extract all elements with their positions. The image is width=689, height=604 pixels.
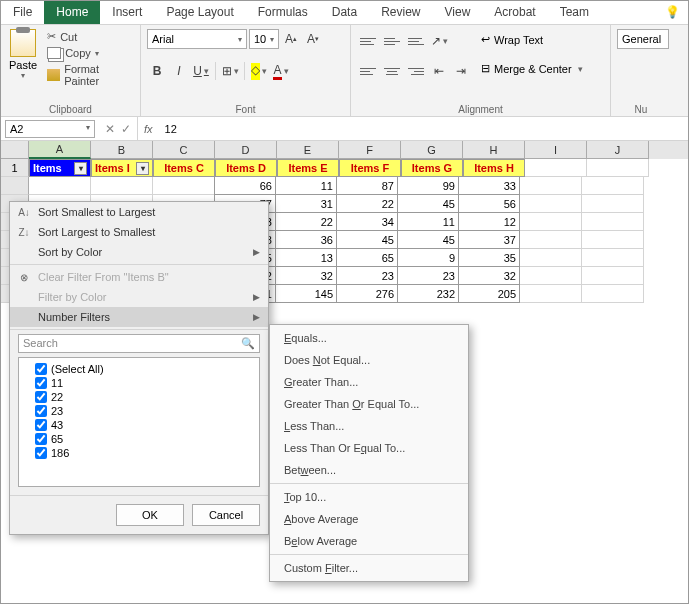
cut-button[interactable]: ✂Cut bbox=[45, 29, 134, 44]
cell[interactable] bbox=[582, 249, 644, 267]
paste-button[interactable]: Paste ▾ bbox=[7, 27, 39, 115]
tab-insert[interactable]: Insert bbox=[100, 1, 154, 24]
align-top-button[interactable] bbox=[357, 31, 379, 51]
border-button[interactable]: ⊞ bbox=[220, 61, 240, 81]
wrap-text-button[interactable]: ↩Wrap Text bbox=[479, 31, 585, 48]
submenu-item[interactable]: Greater Than Or Equal To... bbox=[270, 393, 468, 415]
orientation-button[interactable]: ↗ bbox=[429, 31, 449, 51]
indent-decrease-button[interactable]: ⇤ bbox=[429, 61, 449, 81]
cell[interactable]: 65 bbox=[336, 248, 398, 267]
filter-check-item[interactable]: 23 bbox=[23, 404, 255, 418]
header-cell[interactable]: Items I▾ bbox=[91, 159, 153, 177]
filter-values-list[interactable]: (Select All)1122234365186 bbox=[18, 357, 260, 487]
col-header-j[interactable]: J bbox=[587, 141, 649, 159]
cell[interactable] bbox=[520, 195, 582, 213]
tab-home[interactable]: Home bbox=[44, 1, 100, 24]
col-header-b[interactable]: B bbox=[91, 141, 153, 159]
cell[interactable]: 31 bbox=[275, 194, 337, 213]
align-right-button[interactable] bbox=[405, 61, 427, 81]
checkbox[interactable] bbox=[35, 391, 47, 403]
tell-me-icon[interactable]: 💡 bbox=[657, 1, 688, 24]
tab-page-layout[interactable]: Page Layout bbox=[154, 1, 245, 24]
cell[interactable]: 9 bbox=[397, 248, 459, 267]
ok-button[interactable]: OK bbox=[116, 504, 184, 526]
select-all-corner[interactable] bbox=[1, 141, 29, 159]
submenu-item[interactable]: Less Than Or Equal To... bbox=[270, 437, 468, 459]
cell[interactable] bbox=[582, 231, 644, 249]
tab-review[interactable]: Review bbox=[369, 1, 432, 24]
formula-value[interactable]: 12 bbox=[159, 123, 183, 135]
checkbox[interactable] bbox=[35, 377, 47, 389]
filter-arrow-icon[interactable]: ▾ bbox=[74, 162, 87, 175]
row-header[interactable] bbox=[1, 177, 29, 195]
font-name-combo[interactable]: Arial▾ bbox=[147, 29, 247, 49]
cell[interactable]: 36 bbox=[275, 230, 337, 249]
header-cell[interactable]: Items H bbox=[463, 159, 525, 177]
filter-check-item[interactable]: 11 bbox=[23, 376, 255, 390]
format-painter-button[interactable]: Format Painter bbox=[45, 62, 134, 88]
cell[interactable] bbox=[525, 159, 587, 177]
col-header-e[interactable]: E bbox=[277, 141, 339, 159]
number-filters-item[interactable]: Number Filters▶ bbox=[10, 307, 268, 327]
checkbox[interactable] bbox=[35, 433, 47, 445]
submenu-item[interactable]: Greater Than... bbox=[270, 371, 468, 393]
cell[interactable]: 22 bbox=[275, 212, 337, 231]
filter-check-item[interactable]: 43 bbox=[23, 418, 255, 432]
cell[interactable] bbox=[91, 177, 153, 195]
filter-check-item[interactable]: 65 bbox=[23, 432, 255, 446]
filter-arrow-icon[interactable]: ▾ bbox=[136, 162, 149, 175]
cell[interactable]: 12 bbox=[458, 212, 520, 231]
submenu-item[interactable]: Below Average bbox=[270, 530, 468, 552]
cell[interactable]: 11 bbox=[275, 176, 337, 195]
cell[interactable]: 33 bbox=[458, 176, 520, 195]
submenu-item[interactable]: Less Than... bbox=[270, 415, 468, 437]
checkbox[interactable] bbox=[35, 363, 47, 375]
submenu-item[interactable]: Between... bbox=[270, 459, 468, 481]
filter-search-input[interactable]: Search🔍 bbox=[18, 334, 260, 353]
align-bottom-button[interactable] bbox=[405, 31, 427, 51]
tab-file[interactable]: File bbox=[1, 1, 44, 24]
checkbox[interactable] bbox=[35, 419, 47, 431]
sort-by-color-item[interactable]: Sort by Color▶ bbox=[10, 242, 268, 262]
cell[interactable]: 32 bbox=[275, 266, 337, 285]
header-cell[interactable]: Items F bbox=[339, 159, 401, 177]
cell[interactable]: 23 bbox=[336, 266, 398, 285]
indent-increase-button[interactable]: ⇥ bbox=[451, 61, 471, 81]
name-box[interactable]: A2▾ bbox=[5, 120, 95, 138]
cell[interactable]: 232 bbox=[397, 284, 459, 303]
cell[interactable]: 205 bbox=[458, 284, 520, 303]
cell[interactable] bbox=[582, 213, 644, 231]
cell[interactable] bbox=[587, 159, 649, 177]
cell[interactable] bbox=[582, 177, 644, 195]
number-format-combo[interactable]: General bbox=[617, 29, 669, 49]
checkbox[interactable] bbox=[35, 447, 47, 459]
merge-center-button[interactable]: ⊟Merge & Center bbox=[479, 60, 585, 77]
cell[interactable] bbox=[153, 177, 215, 195]
cell[interactable] bbox=[29, 177, 91, 195]
cell[interactable] bbox=[520, 249, 582, 267]
col-header-c[interactable]: C bbox=[153, 141, 215, 159]
cell[interactable] bbox=[520, 267, 582, 285]
submenu-item[interactable]: Equals... bbox=[270, 327, 468, 349]
cell[interactable]: 45 bbox=[397, 230, 459, 249]
col-header-i[interactable]: I bbox=[525, 141, 587, 159]
cell[interactable] bbox=[582, 285, 644, 303]
cell[interactable]: 11 bbox=[397, 212, 459, 231]
cancel-button[interactable]: Cancel bbox=[192, 504, 260, 526]
underline-button[interactable]: U bbox=[191, 61, 211, 81]
enter-formula-icon[interactable]: ✓ bbox=[121, 122, 131, 136]
cell[interactable]: 23 bbox=[397, 266, 459, 285]
col-header-g[interactable]: G bbox=[401, 141, 463, 159]
header-cell[interactable]: Items E bbox=[277, 159, 339, 177]
cell[interactable]: 45 bbox=[397, 194, 459, 213]
filter-check-item[interactable]: 186 bbox=[23, 446, 255, 460]
tab-formulas[interactable]: Formulas bbox=[246, 1, 320, 24]
header-cell[interactable]: Items G bbox=[401, 159, 463, 177]
filter-check-item[interactable]: 22 bbox=[23, 390, 255, 404]
submenu-item[interactable]: Top 10... bbox=[270, 486, 468, 508]
cell[interactable]: 13 bbox=[275, 248, 337, 267]
align-middle-button[interactable] bbox=[381, 31, 403, 51]
checkbox[interactable] bbox=[35, 405, 47, 417]
header-cell[interactable]: Items▾ bbox=[29, 159, 91, 177]
cell[interactable] bbox=[582, 267, 644, 285]
